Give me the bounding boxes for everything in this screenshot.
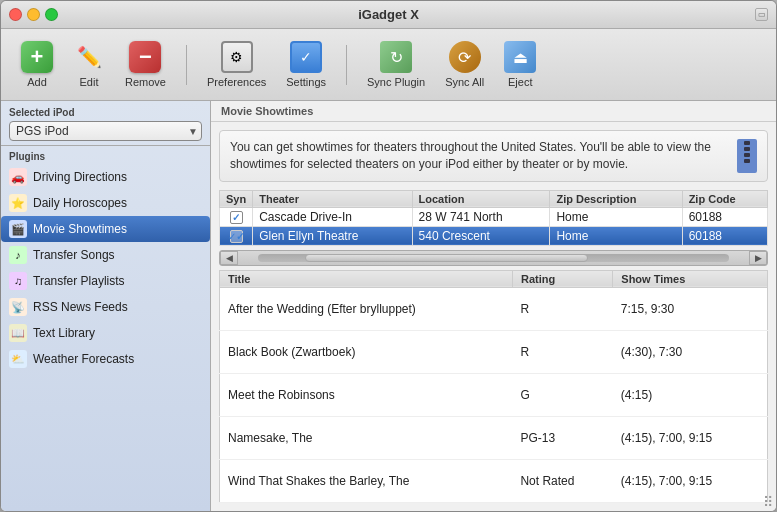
eject-icon: ⏏ <box>504 41 536 73</box>
add-label: Add <box>27 76 47 88</box>
theater-name-selected: Glen Ellyn Theatre <box>253 226 412 245</box>
toolbar-separator-1 <box>186 45 187 85</box>
movie-title: Namesake, The <box>220 416 513 459</box>
film-hole-3 <box>744 153 750 157</box>
sidebar-item-daily-horoscopes[interactable]: ⭐ Daily Horoscopes <box>1 190 210 216</box>
description-text: You can get showtimes for theaters throu… <box>230 139 729 173</box>
horizontal-scrollbar[interactable]: ◀ ▶ <box>219 250 768 266</box>
theater-table: Syn Theater Location Zip Description Zip… <box>219 190 768 246</box>
theater-checkbox[interactable]: ✓ <box>230 230 243 243</box>
transfer-playlists-icon: ♫ <box>9 272 27 290</box>
add-icon: + <box>21 41 53 73</box>
description-box: You can get showtimes for theaters throu… <box>219 130 768 182</box>
sidebar-item-driving-directions[interactable]: 🚗 Driving Directions <box>1 164 210 190</box>
toolbar: + Add ✏️ Edit − Remove ⚙ Preferences ✓ <box>1 29 776 101</box>
sidebar-item-transfer-playlists[interactable]: ♫ Transfer Playlists <box>1 268 210 294</box>
movie-showtimes: (4:15), 7:00, 9:15 <box>613 459 768 502</box>
toolbar-separator-2 <box>346 45 347 85</box>
add-button[interactable]: + Add <box>13 37 61 92</box>
movies-section: Title Rating Show Times After the Weddin… <box>219 270 768 503</box>
film-icon <box>737 139 757 173</box>
movies-col-showtimes: Show Times <box>613 270 768 287</box>
sync-plugin-icon: ↻ <box>380 41 412 73</box>
window-right-button[interactable]: ▭ <box>755 8 768 21</box>
content-area: Movie Showtimes You can get showtimes fo… <box>211 101 776 511</box>
movie-showtimes: (4:15) <box>613 373 768 416</box>
rss-feeds-icon: 📡 <box>9 298 27 316</box>
theater-col-syn: Syn <box>220 190 253 207</box>
weather-forecasts-icon: ⛅ <box>9 350 27 368</box>
scroll-right-arrow[interactable]: ▶ <box>749 251 767 265</box>
plugin-item-label: Text Library <box>33 326 95 340</box>
preferences-icon: ⚙ <box>221 41 253 73</box>
remove-icon: − <box>129 41 161 73</box>
sidebar-item-rss-news-feeds[interactable]: 📡 RSS News Feeds <box>1 294 210 320</box>
main-window: iGadget X ▭ + Add ✏️ Edit − Remove ⚙ <box>0 0 777 512</box>
eject-button[interactable]: ⏏ Eject <box>496 37 544 92</box>
sync-all-button[interactable]: ⟳ Sync All <box>437 37 492 92</box>
plugins-label: Plugins <box>1 146 210 164</box>
theater-table-section: Syn Theater Location Zip Description Zip… <box>219 190 768 246</box>
theater-checkbox[interactable] <box>230 211 243 224</box>
remove-button[interactable]: − Remove <box>117 37 174 92</box>
edit-button[interactable]: ✏️ Edit <box>65 37 113 92</box>
preferences-button[interactable]: ⚙ Preferences <box>199 37 274 92</box>
movie-rating: G <box>512 373 612 416</box>
selected-ipod-section: Selected iPod PGS iPod ▼ <box>1 101 210 146</box>
movie-row[interactable]: Black Book (Zwartboek) R (4:30), 7:30 <box>220 330 768 373</box>
sidebar-item-transfer-songs[interactable]: ♪ Transfer Songs <box>1 242 210 268</box>
eject-label: Eject <box>508 76 532 88</box>
movies-col-title: Title <box>220 270 513 287</box>
selected-ipod-label: Selected iPod <box>9 107 202 118</box>
ipod-select[interactable]: PGS iPod <box>9 121 202 141</box>
plugin-item-label: Movie Showtimes <box>33 222 127 236</box>
text-library-icon: 📖 <box>9 324 27 342</box>
scrollbar-thumb[interactable] <box>305 254 588 262</box>
transfer-songs-icon: ♪ <box>9 246 27 264</box>
theater-checkbox-cell[interactable] <box>220 207 253 226</box>
plugin-item-label: Transfer Songs <box>33 248 115 262</box>
theater-row-selected[interactable]: ✓ Glen Ellyn Theatre 540 Crescent Home 6… <box>220 226 768 245</box>
movie-rating: R <box>512 330 612 373</box>
sidebar-item-text-library[interactable]: 📖 Text Library <box>1 320 210 346</box>
sidebar-item-movie-showtimes[interactable]: 🎬 Movie Showtimes <box>1 216 210 242</box>
movie-row[interactable]: Namesake, The PG-13 (4:15), 7:00, 9:15 <box>220 416 768 459</box>
movie-showtimes-icon: 🎬 <box>9 220 27 238</box>
movies-table: Title Rating Show Times After the Weddin… <box>219 270 768 503</box>
theater-zip-desc: Home <box>550 207 682 226</box>
maximize-button[interactable] <box>45 8 58 21</box>
theater-zip-desc-selected: Home <box>550 226 682 245</box>
movie-showtimes: 7:15, 9:30 <box>613 287 768 330</box>
sync-plugin-label: Sync Plugin <box>367 76 425 88</box>
plugin-item-label: Weather Forecasts <box>33 352 134 366</box>
movie-title: After the Wedding (Efter brylluppet) <box>220 287 513 330</box>
theater-row[interactable]: Cascade Drive-In 28 W 741 North Home 601… <box>220 207 768 226</box>
main-content: Selected iPod PGS iPod ▼ Plugins 🚗 Drivi… <box>1 101 776 511</box>
movie-row[interactable]: Wind That Shakes the Barley, The Not Rat… <box>220 459 768 502</box>
movie-showtimes: (4:30), 7:30 <box>613 330 768 373</box>
plugin-item-label: Transfer Playlists <box>33 274 125 288</box>
theater-zip-code-selected: 60188 <box>682 226 767 245</box>
scrollbar-track <box>258 254 729 262</box>
minimize-button[interactable] <box>27 8 40 21</box>
film-hole-4 <box>744 159 750 163</box>
scroll-left-arrow[interactable]: ◀ <box>220 251 238 265</box>
sidebar: Selected iPod PGS iPod ▼ Plugins 🚗 Drivi… <box>1 101 211 511</box>
movie-row[interactable]: Meet the Robinsons G (4:15) <box>220 373 768 416</box>
movie-rating: R <box>512 287 612 330</box>
plugin-item-label: RSS News Feeds <box>33 300 128 314</box>
theater-checkbox-cell[interactable]: ✓ <box>220 226 253 245</box>
preferences-label: Preferences <box>207 76 266 88</box>
movie-rating: PG-13 <box>512 416 612 459</box>
driving-directions-icon: 🚗 <box>9 168 27 186</box>
close-button[interactable] <box>9 8 22 21</box>
theater-col-zip-code: Zip Code <box>682 190 767 207</box>
theater-name: Cascade Drive-In <box>253 207 412 226</box>
sidebar-item-weather-forecasts[interactable]: ⛅ Weather Forecasts <box>1 346 210 372</box>
movie-row[interactable]: After the Wedding (Efter brylluppet) R 7… <box>220 287 768 330</box>
theater-col-zip-desc: Zip Description <box>550 190 682 207</box>
movie-title: Meet the Robinsons <box>220 373 513 416</box>
sync-plugin-button[interactable]: ↻ Sync Plugin <box>359 37 433 92</box>
content-header: Movie Showtimes <box>211 101 776 122</box>
settings-button[interactable]: ✓ Settings <box>278 37 334 92</box>
